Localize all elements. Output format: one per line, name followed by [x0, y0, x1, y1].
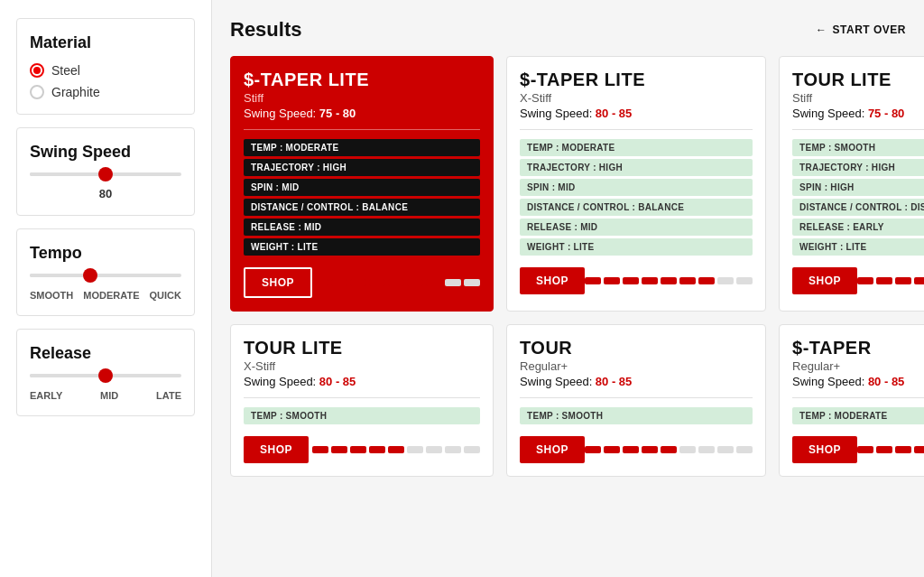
- material-option-graphite[interactable]: Graphite: [30, 85, 181, 99]
- tempo-label-smooth: SMOOTH: [30, 290, 73, 301]
- material-radio-group: Steel Graphite: [30, 63, 181, 99]
- dot-3-5: [407, 446, 423, 453]
- tempo-labels: SMOOTH MODERATE QUICK: [30, 290, 181, 301]
- shop-button-4[interactable]: SHOP: [520, 436, 585, 463]
- radio-graphite-icon: [30, 85, 44, 99]
- spec-row-1-3: DISTANCE / CONTROL : BALANCE: [520, 199, 753, 216]
- spec-row-3-0: TEMP : SMOOTH: [244, 407, 480, 424]
- dot-0-1: [331, 279, 347, 286]
- release-title: Release: [30, 344, 181, 363]
- card-title-1: $-TAPER LITE: [520, 70, 753, 89]
- material-option-steel[interactable]: Steel: [30, 63, 181, 78]
- dot-0-4: [388, 279, 404, 286]
- dot-4-4: [661, 446, 677, 453]
- spec-row-1-4: RELEASE : MID: [520, 219, 753, 236]
- dot-3-1: [331, 446, 347, 453]
- card-divider-4: [520, 397, 753, 398]
- dot-1-4: [661, 277, 677, 284]
- dot-4-0: [585, 446, 601, 453]
- dot-0-6: [426, 279, 442, 286]
- spec-row-2-4: RELEASE : EARLY: [792, 219, 924, 236]
- dot-0-2: [350, 279, 366, 286]
- card-title-2: TOUR LITE: [792, 70, 924, 89]
- spec-row-1-2: SPIN : MID: [520, 179, 753, 196]
- release-label-late: LATE: [156, 390, 181, 401]
- card-speed-4: Swing Speed: 80 - 85: [520, 375, 753, 388]
- spec-row-4-0: TEMP : SMOOTH: [520, 407, 753, 424]
- tempo-label-quick: QUICK: [150, 290, 181, 301]
- spec-row-0-5: WEIGHT : LITE: [244, 238, 480, 256]
- tempo-track[interactable]: [30, 274, 181, 277]
- dot-2-0: [857, 277, 873, 284]
- release-thumb[interactable]: [98, 368, 113, 383]
- swing-speed-value: 80: [99, 187, 112, 200]
- tempo-slider-container: SMOOTH MODERATE QUICK: [30, 274, 181, 301]
- swing-speed-slider-container: 80: [30, 172, 181, 200]
- spec-row-2-5: WEIGHT : LITE: [792, 238, 924, 256]
- card-footer-5: SHOP: [792, 436, 924, 463]
- radio-steel-icon: [30, 63, 44, 78]
- spec-row-5-0: TEMP : MODERATE: [792, 407, 924, 424]
- start-over-button[interactable]: ← START OVER: [816, 23, 906, 36]
- dot-4-1: [604, 446, 620, 453]
- result-card-5: $-TAPERRegular+Swing Speed: 80 - 85TEMP …: [779, 324, 924, 477]
- spec-row-0-4: RELEASE : MID: [244, 219, 480, 236]
- card-footer-0: SHOP: [244, 267, 480, 298]
- dot-1-2: [623, 277, 639, 284]
- shop-button-2[interactable]: SHOP: [792, 267, 857, 294]
- release-label-early: EARLY: [30, 390, 62, 401]
- spec-row-0-1: TRAJECTORY : HIGH: [244, 159, 480, 176]
- card-speed-5: Swing Speed: 80 - 85: [792, 375, 924, 388]
- rating-dots-4: [585, 446, 753, 453]
- tempo-title: Tempo: [30, 244, 181, 263]
- spec-row-0-2: SPIN : MID: [244, 179, 480, 196]
- tempo-thumb[interactable]: [83, 268, 97, 283]
- result-card-2: TOUR LITEStiffSwing Speed: 75 - 80TEMP :…: [779, 56, 924, 312]
- rating-dots-1: [585, 277, 753, 284]
- dot-1-0: [585, 277, 601, 284]
- shop-button-3[interactable]: SHOP: [244, 436, 309, 463]
- dot-3-4: [388, 446, 404, 453]
- dot-4-8: [736, 446, 753, 453]
- release-label-mid: MID: [100, 390, 118, 401]
- rating-dots-2: [857, 277, 924, 284]
- release-track[interactable]: [30, 374, 181, 377]
- dot-5-0: [857, 446, 873, 453]
- tempo-label-moderate: MODERATE: [83, 290, 139, 301]
- card-divider-1: [520, 129, 753, 130]
- card-footer-3: SHOP: [244, 436, 480, 463]
- dot-0-5: [407, 279, 423, 286]
- card-divider-5: [792, 397, 924, 398]
- result-card-3: TOUR LITEX-StiffSwing Speed: 80 - 85TEMP…: [230, 324, 494, 477]
- card-flex-3: X-Stiff: [244, 359, 480, 373]
- spec-row-2-0: TEMP : SMOOTH: [792, 139, 924, 156]
- shop-button-5[interactable]: SHOP: [792, 436, 857, 463]
- dot-4-5: [679, 446, 696, 453]
- release-labels: EARLY MID LATE: [30, 390, 181, 401]
- dot-0-8: [464, 279, 480, 286]
- spec-row-2-3: DISTANCE / CONTROL : DISTANCE: [792, 199, 924, 216]
- spec-row-0-3: DISTANCE / CONTROL : BALANCE: [244, 199, 480, 216]
- rating-dots-5: [857, 446, 924, 453]
- card-footer-1: SHOP: [520, 267, 753, 294]
- dot-3-2: [350, 446, 366, 453]
- dot-2-2: [895, 277, 911, 284]
- rating-dots-0: [312, 279, 480, 286]
- shop-button-0[interactable]: SHOP: [244, 267, 312, 298]
- card-flex-0: Stiff: [244, 91, 480, 105]
- main-content: Results ← START OVER $-TAPER LITEStiffSw…: [212, 0, 924, 577]
- spec-row-2-2: SPIN : HIGH: [792, 179, 924, 196]
- dot-1-7: [717, 277, 734, 284]
- dot-4-3: [642, 446, 658, 453]
- shop-button-1[interactable]: SHOP: [520, 267, 585, 294]
- release-section: Release EARLY MID LATE: [16, 329, 195, 416]
- start-over-label: START OVER: [833, 23, 906, 36]
- card-flex-1: X-Stiff: [520, 91, 753, 105]
- swing-speed-thumb[interactable]: [98, 167, 113, 181]
- card-speed-0: Swing Speed: 75 - 80: [244, 107, 480, 120]
- dot-3-6: [426, 446, 442, 453]
- swing-speed-track[interactable]: [30, 172, 181, 176]
- card-title-3: TOUR LITE: [244, 338, 480, 358]
- dot-3-3: [369, 446, 385, 453]
- card-title-0: $-TAPER LITE: [244, 70, 480, 89]
